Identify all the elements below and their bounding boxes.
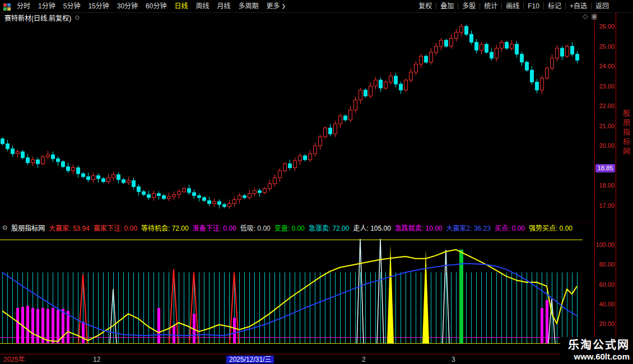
toolbar-action-6[interactable]: 标记 [544, 0, 565, 12]
indicator-tick: 80.00 [599, 261, 615, 268]
chevron-right-icon: ❯ [282, 3, 286, 9]
price-tick: 17.00 [599, 202, 615, 209]
stock-title[interactable]: 赛特新材(日线.前复权) [4, 13, 71, 22]
price-axis: 26.0025.0024.0023.0022.0021.0020.0018.00… [594, 12, 616, 354]
price-tick: 21.00 [599, 123, 615, 129]
date-tick-3: 2 [362, 356, 366, 363]
vertical-signature-text: 股朋指标网 [621, 109, 631, 157]
date-tick-1: 12 [93, 356, 100, 363]
price-tick: 24.00 [599, 63, 615, 69]
indicator-field-5: 变盘: 0.00 [274, 223, 305, 232]
toolbar-action-4[interactable]: 画线 [502, 0, 523, 12]
date-axis: 2025年122025/12/31/三23 [0, 354, 594, 364]
indicator-field-4: 低吸: 0.00 [240, 223, 271, 232]
toolbar-period-7[interactable]: 周线 [192, 0, 213, 12]
toolbar: 分时1分钟5分钟15分钟30分钟60分钟日线周线月线多周期更多❯ 复权叠加多股统… [0, 0, 633, 13]
toolbar-period-1[interactable]: 1分钟 [34, 0, 59, 12]
title-bar: 赛特新材(日线.前复权) ⊙ ◇▣ [0, 12, 633, 22]
toolbar-actions-group: 复权叠加多股统计画线F10标记+自选返回 [415, 0, 613, 12]
indicator-name[interactable]: 股朋指标网 [11, 223, 45, 232]
price-tick: 26.00 [599, 23, 615, 30]
indicator-field-7: 走人: 105.00 [353, 223, 390, 232]
indicator-tick: 40.00 [599, 301, 615, 307]
app-window: 分时1分钟5分钟15分钟30分钟60分钟日线周线月线多周期更多❯ 复权叠加多股统… [0, 0, 633, 364]
date-tick-4: 3 [452, 356, 455, 363]
toolbar-period-10[interactable]: 更多 [263, 0, 284, 12]
toolbar-action-5[interactable]: F10 [524, 0, 543, 12]
watermark-url: www.60lt.com [568, 352, 630, 362]
toolbar-period-9[interactable]: 多周期 [235, 0, 263, 12]
indicator-field-6: 急涨卖: 72.00 [309, 223, 350, 232]
toolbar-action-3[interactable]: 统计 [480, 0, 501, 12]
price-tick: 22.00 [599, 102, 615, 109]
toolbar-period-3[interactable]: 15分钟 [84, 0, 113, 12]
date-tick-0: 2025年 [3, 356, 25, 363]
right-strip: ▤▥ 股朋指标网 [617, 0, 633, 364]
indicator-field-10: 买点: 0.00 [495, 223, 525, 232]
indicator-field-0: 大赢家: 53.94 [49, 223, 90, 232]
indicator-field-9: 大赢家2: 36.23 [446, 223, 491, 232]
price-tick: 18.00 [599, 182, 615, 189]
indicator-chart[interactable] [0, 232, 594, 353]
toolbar-action-7[interactable]: +自选 [566, 0, 591, 12]
indicator-header: ⊙ 股朋指标网 大赢家: 53.94赢家下注: 0.00等待机会: 72.00准… [0, 222, 596, 232]
indicator-tick: 100.00 [595, 241, 615, 248]
price-tick: 23.00 [599, 83, 615, 90]
menu-grid-icon[interactable] [3, 3, 11, 10]
indicator-tick: 20.00 [599, 320, 615, 327]
main-candlestick-chart[interactable] [0, 22, 594, 222]
last-price-marker: 18.85 [595, 164, 615, 172]
toolbar-action-2[interactable]: 多股 [458, 0, 480, 12]
toolbar-action-0[interactable]: 复权 [415, 0, 436, 12]
indicator-dropdown-icon[interactable]: ⊙ [2, 224, 7, 231]
watermark: 乐淘公式网 www.60lt.com [560, 337, 633, 364]
price-tick: 25.00 [599, 43, 615, 50]
indicator-field-3: 准备下注: 0.00 [193, 223, 236, 232]
toolbar-period-4[interactable]: 30分钟 [113, 0, 142, 12]
price-tick: 20.00 [599, 142, 615, 149]
date-tick-2: 2025/12/31/三 [226, 356, 274, 363]
toolbar-period-2[interactable]: 5分钟 [59, 0, 85, 12]
title-corner-icons[interactable]: ◇▣ [583, 12, 601, 20]
toolbar-period-0[interactable]: 分时 [13, 0, 34, 12]
toolbar-period-group: 分时1分钟5分钟15分钟30分钟60分钟日线周线月线多周期更多❯ [13, 0, 288, 12]
indicator-field-8: 急跌就卖: 10.00 [395, 223, 443, 232]
toolbar-action-1[interactable]: 叠加 [436, 0, 458, 12]
indicator-field-2: 等待机会: 72.00 [141, 223, 189, 232]
toolbar-period-5[interactable]: 60分钟 [142, 0, 170, 12]
toolbar-period-6[interactable]: 日线 [170, 0, 192, 12]
indicator-tick: 60.00 [599, 281, 615, 288]
toolbar-action-8[interactable]: 返回 [592, 0, 613, 12]
indicator-field-11: 强势买点: 0.00 [529, 223, 573, 232]
toolbar-period-8[interactable]: 月线 [213, 0, 235, 12]
indicator-field-1: 赢家下注: 0.00 [94, 223, 137, 232]
watermark-site-name: 乐淘公式网 [568, 339, 630, 352]
compare-icon[interactable]: ⊙ [75, 14, 80, 21]
